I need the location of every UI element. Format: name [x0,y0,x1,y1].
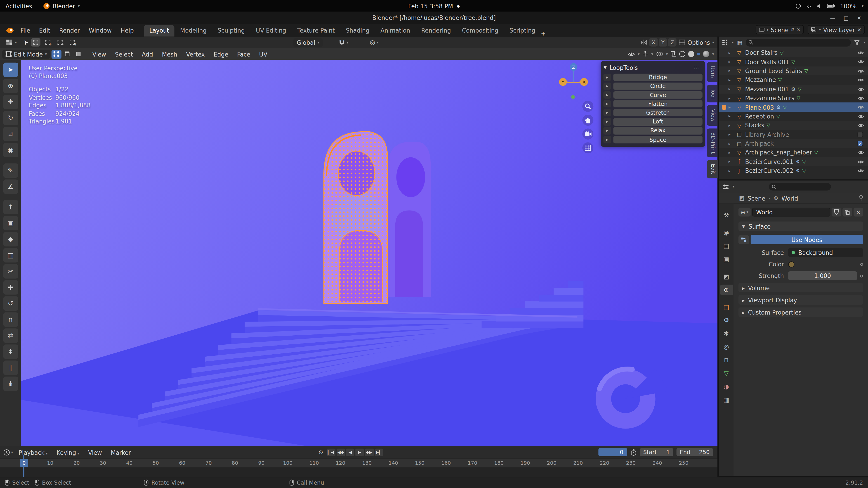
properties-tab-view-layer[interactable]: ▣ [720,254,733,265]
disclosure-triangle-icon[interactable]: ▸ [728,96,734,101]
door-selected-object[interactable] [324,132,388,303]
copy-icon[interactable]: ⧉ [791,27,794,33]
chevron-down-icon[interactable]: ▾ [863,40,865,45]
collection-checkbox[interactable] [857,132,863,137]
shading-wireframe-button[interactable] [680,51,686,57]
workspace-tab-animation[interactable]: Animation [375,25,416,36]
tool-transform[interactable]: ◉ [3,143,18,157]
properties-tab-world[interactable]: ⊕ [720,285,733,295]
animate-strength-dot[interactable] [860,274,863,277]
properties-tab-object[interactable]: □ [720,302,733,312]
tool-poly-build[interactable]: ✚ [3,280,18,295]
looptools-flatten-button[interactable]: Flatten [613,100,702,108]
animate-color-dot[interactable] [860,263,863,266]
visibility-eye-icon[interactable] [857,169,864,174]
shading-solid-button[interactable] [688,51,694,57]
viewport-menu-mesh[interactable]: Mesh [158,49,182,59]
tool-loop-cut[interactable]: ▥ [3,248,18,263]
sidebar-tab-item[interactable]: Item [707,62,718,82]
maximize-button[interactable]: □ [844,15,848,21]
tool-scale[interactable]: ⊿ [3,127,18,141]
shading-rendered-button[interactable] [703,51,709,57]
world-name-field[interactable]: World [752,208,831,216]
copy-datablock-button[interactable] [843,208,852,216]
playhead-frame-badge[interactable]: 0 [20,459,28,467]
properties-tab-tool[interactable]: ⚒ [720,211,733,221]
outliner-row-door-stairs[interactable]: ▸▽Door Stairs▽ [719,48,868,57]
prev-keyframe-button[interactable]: ◀◆ [336,448,345,456]
visibility-eye-icon[interactable] [857,51,864,55]
ortho-toggle-button[interactable] [582,142,593,153]
outliner-row-mezzanine-stairs[interactable]: ▸▽Mezzanine Stairs▽ [719,94,868,103]
tool-spin[interactable]: ↺ [3,296,18,311]
sidebar-tab-view[interactable]: View [707,105,718,126]
visibility-eye-icon[interactable] [857,150,864,155]
chevron-down-icon[interactable]: ▾ [11,450,13,455]
outliner-row-stacks[interactable]: ▸▽Stacks▽ [719,121,868,130]
viewport-menu-select[interactable]: Select [111,49,137,59]
select-mode-extend[interactable]: + [43,38,53,47]
tool-bevel[interactable]: ◆ [3,232,18,246]
surface-shader-dropdown[interactable]: Background [788,248,863,257]
properties-tab-material[interactable]: ◑ [720,382,733,392]
viewport-menu-add[interactable]: Add [137,49,158,59]
select-mode-set[interactable] [31,38,40,47]
expand-chevron-icon[interactable]: ▸ [603,91,611,99]
outliner-row-beziercurve-001[interactable]: ▸ʃBezierCurve.001⚙▽ [719,157,868,166]
properties-tab-constraints[interactable]: ⊓ [720,355,733,366]
properties-search-input[interactable] [769,183,831,190]
tool-rip-region[interactable]: ⋔ [3,376,18,391]
editor-properties-icon[interactable] [722,184,729,190]
tool-inset-faces[interactable]: ▣ [3,216,18,231]
play-button[interactable]: ▶ [355,448,364,456]
menu-edit[interactable]: Edit [35,25,55,36]
surface-panel-header[interactable]: ▼ Surface [739,222,863,231]
workspace-tab-compositing[interactable]: Compositing [456,25,504,36]
disclosure-triangle-icon[interactable]: ▸ [728,50,734,55]
tool-knife[interactable]: ✂ [3,264,18,279]
outliner-row-beziercurve-002[interactable]: ▸ʃBezierCurve.002⚙▽ [719,166,868,175]
timeline-track[interactable] [0,467,717,477]
viewport-menu-view[interactable]: View [88,49,111,59]
disclosure-triangle-icon[interactable]: ▸ [728,59,734,64]
gizmos-icon[interactable] [643,51,649,57]
chevron-down-icon[interactable]: ▾ [377,40,379,45]
disclosure-triangle-icon[interactable]: ▸ [728,159,734,164]
workspace-tab-rendering[interactable]: Rendering [416,25,456,36]
menu-file[interactable]: File [16,25,35,36]
edge-select-mode-button[interactable] [62,50,72,58]
workspace-tab-layout[interactable]: Layout [144,25,175,36]
color-swatch[interactable] [788,261,794,267]
display-mode-icon[interactable]: ▦ [737,39,742,45]
outliner-row-ground-level-stairs[interactable]: ▸▽Ground Level Stairs▽ [719,66,868,75]
custom-properties-panel-header[interactable]: ▸Custom Properties [739,307,863,317]
close-icon[interactable]: ✕ [797,27,801,32]
play-reverse-button[interactable]: ◀ [346,448,354,456]
expand-chevron-icon[interactable]: ▸ [603,73,611,81]
chevron-down-icon[interactable]: ▾ [651,52,653,56]
timeline-menu-playback[interactable]: Playback ▾ [14,447,52,458]
viewport-display-panel-header[interactable]: ▸Viewport Display [739,295,863,305]
collapse-triangle-icon[interactable]: ▼ [603,65,607,70]
expand-chevron-icon[interactable]: ▸ [603,82,611,90]
properties-tab-particles[interactable]: ✱ [720,328,733,339]
editor-type-selector[interactable]: ▾ [3,38,20,47]
chevron-down-icon[interactable]: ▾ [666,52,668,56]
visibility-eye-icon[interactable] [857,68,864,73]
visibility-eye-icon[interactable] [857,105,864,110]
chevron-down-icon[interactable]: ▾ [638,52,640,56]
world-browse-button[interactable]: ⊕▾ [739,208,751,216]
chevron-down-icon[interactable]: ▾ [712,52,714,56]
vertex-select-mode-button[interactable] [51,50,61,58]
workspace-tab-shading[interactable]: Shading [340,25,375,36]
auto-keyframe-button[interactable]: ⊙ [317,448,325,456]
end-frame-field[interactable]: End 250 [677,448,713,456]
options-dropdown[interactable]: Options ▾ [688,39,714,46]
looptools-relax-button[interactable]: Relax [613,127,702,134]
looptools-space-button[interactable]: Space [613,136,702,143]
outliner-row-reception[interactable]: ▸▽Reception▽ [719,112,868,121]
axis-negative-ball[interactable] [571,95,575,99]
scene-selector[interactable]: ▾ Scene ⧉ ✕ [756,25,804,34]
tool-shrink-flatten[interactable]: ↕ [3,344,18,359]
properties-tab-scene[interactable]: ◩ [720,271,733,282]
